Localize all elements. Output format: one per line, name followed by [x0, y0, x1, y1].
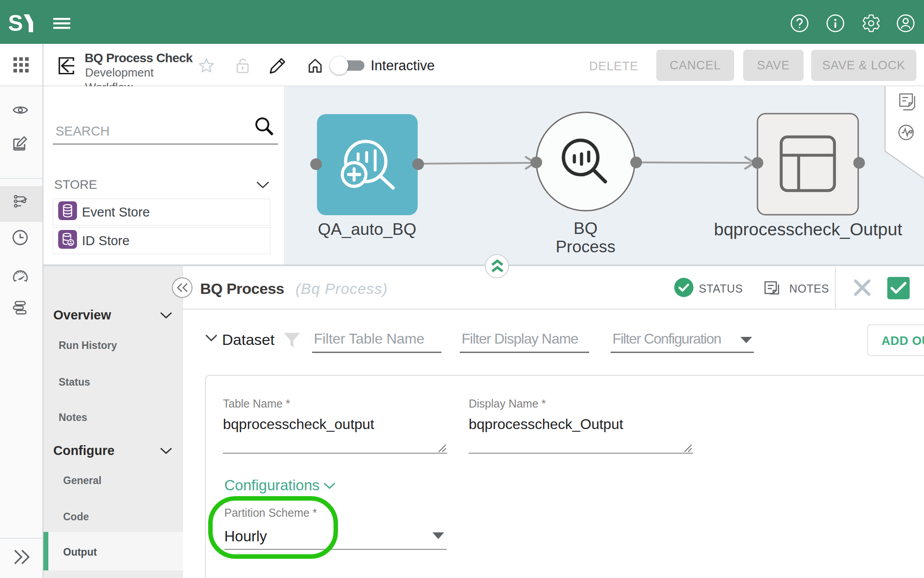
svg-text:S: S — [9, 14, 23, 32]
